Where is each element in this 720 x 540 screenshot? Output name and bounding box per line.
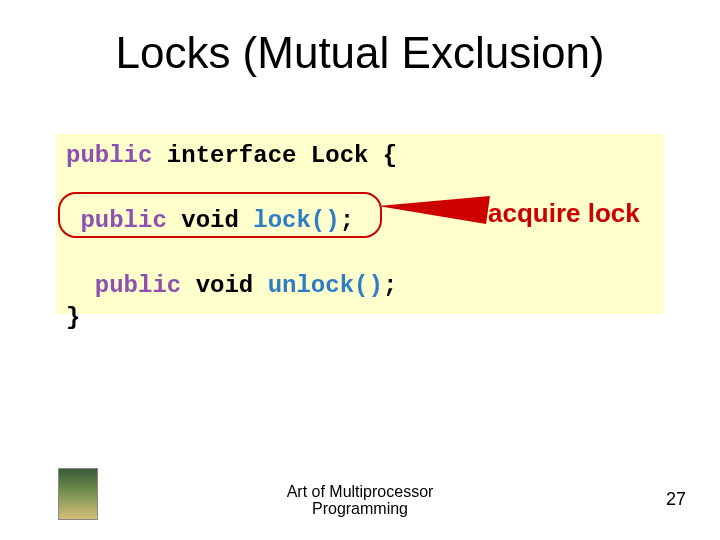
- slide-title: Locks (Mutual Exclusion): [0, 28, 720, 78]
- code-indent: [66, 207, 80, 234]
- code-indent: [66, 272, 95, 299]
- method-name-unlock: unlock(): [268, 272, 383, 299]
- slide: Locks (Mutual Exclusion) public interfac…: [0, 0, 720, 540]
- code-text: interface Lock {: [152, 142, 397, 169]
- code-line-3: public void unlock();: [66, 270, 654, 302]
- code-text: ;: [340, 207, 354, 234]
- keyword-public: public: [80, 207, 166, 234]
- footer-line-2: Programming: [312, 500, 408, 517]
- code-line-1: public interface Lock {: [66, 140, 654, 172]
- code-blank-line: [66, 237, 654, 269]
- method-name-lock: lock(): [253, 207, 339, 234]
- footer-caption: Art of Multiprocessor Programming: [0, 483, 720, 518]
- footer-line-1: Art of Multiprocessor: [287, 483, 434, 500]
- code-line-4: }: [66, 302, 654, 334]
- code-text: ;: [383, 272, 397, 299]
- page-number: 27: [666, 489, 686, 510]
- code-text: void: [167, 207, 253, 234]
- callout-label: acquire lock: [488, 198, 640, 229]
- code-text: void: [181, 272, 267, 299]
- keyword-public: public: [95, 272, 181, 299]
- keyword-public: public: [66, 142, 152, 169]
